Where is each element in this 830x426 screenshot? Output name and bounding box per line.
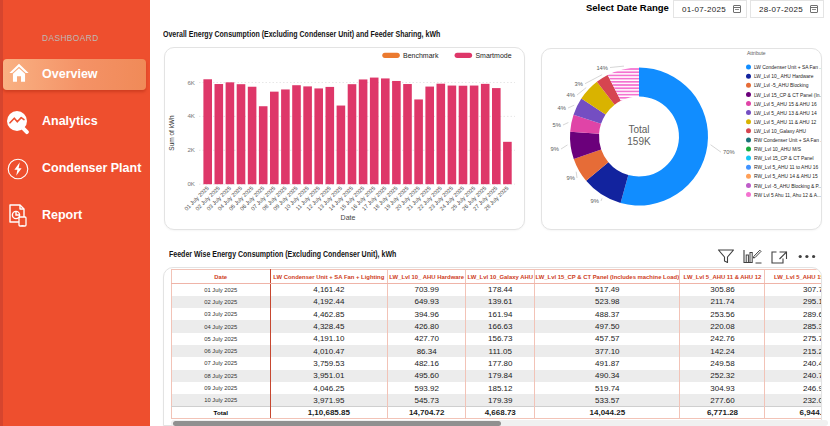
svg-text:9%: 9% xyxy=(591,198,599,204)
svg-text:3%: 3% xyxy=(575,81,583,87)
svg-text:RW_Lvl 10_AHU M/S: RW_Lvl 10_AHU M/S xyxy=(754,147,802,152)
svg-text:Benchmark: Benchmark xyxy=(403,52,439,59)
svg-text:LW_Lvl 10_Galaxy AHU: LW_Lvl 10_Galaxy AHU xyxy=(754,129,807,134)
svg-text:LW Condenser Unit + SA Fan ...: LW Condenser Unit + SA Fan ... xyxy=(754,65,821,70)
svg-text:70%: 70% xyxy=(723,149,735,155)
svg-text:Attribute: Attribute xyxy=(747,50,766,56)
svg-text:LW_Lvl 15_CP & CT Panel (In...: LW_Lvl 15_CP & CT Panel (In... xyxy=(754,93,821,98)
svg-text:6K: 6K xyxy=(187,79,195,86)
svg-text:LW_Lvl 5_AHU 13 & AHU 14: LW_Lvl 5_AHU 13 & AHU 14 xyxy=(754,111,817,116)
svg-text:Total: Total xyxy=(628,124,649,135)
svg-text:9%: 9% xyxy=(567,175,575,181)
svg-text:RW Condenser Unit + SA Fan ...: RW Condenser Unit + SA Fan ... xyxy=(754,138,821,143)
svg-text:Smartmode: Smartmode xyxy=(475,52,511,59)
svg-text:4%: 4% xyxy=(558,105,566,111)
svg-text:2K: 2K xyxy=(187,146,195,153)
svg-text:LW_Lvl -5_AHU Blocking: LW_Lvl -5_AHU Blocking xyxy=(754,83,809,88)
svg-text:LW_Lvl 5_AHU 15 & AHU 16: LW_Lvl 5_AHU 15 & AHU 16 xyxy=(754,102,817,107)
svg-text:RW_Lvl -5_AHU Blocking & P...: RW_Lvl -5_AHU Blocking & P... xyxy=(754,184,821,189)
svg-text:LW_Lvl 10_ AHU Hardware: LW_Lvl 10_ AHU Hardware xyxy=(754,74,814,79)
svg-text:Sum of kWh: Sum of kWh xyxy=(168,115,175,151)
svg-text:14%: 14% xyxy=(596,65,608,71)
svg-text:RW Lvl 5 Ahu 11, Ahu 12 & A...: RW Lvl 5 Ahu 11, Ahu 12 & A... xyxy=(754,193,821,198)
svg-text:4%: 4% xyxy=(567,92,575,98)
svg-text:4K: 4K xyxy=(187,112,195,119)
svg-text:RW_Lvl 5_AHU 14 & AHU 15: RW_Lvl 5_AHU 14 & AHU 15 xyxy=(754,174,818,179)
svg-text:9%: 9% xyxy=(551,146,559,152)
svg-text:LW_Lvl 5_AHU 11 & AHU 12: LW_Lvl 5_AHU 11 & AHU 12 xyxy=(754,120,817,125)
svg-text:0K: 0K xyxy=(187,180,195,187)
svg-text:RW_Lvl 15_CP & CT Panel: RW_Lvl 15_CP & CT Panel xyxy=(754,156,814,161)
svg-text:159K: 159K xyxy=(627,136,651,147)
svg-text:RW_Lvl 5_AHU 11 to AHU 16: RW_Lvl 5_AHU 11 to AHU 16 xyxy=(754,165,819,170)
svg-text:Date: Date xyxy=(341,214,356,221)
svg-text:5%: 5% xyxy=(553,122,561,128)
